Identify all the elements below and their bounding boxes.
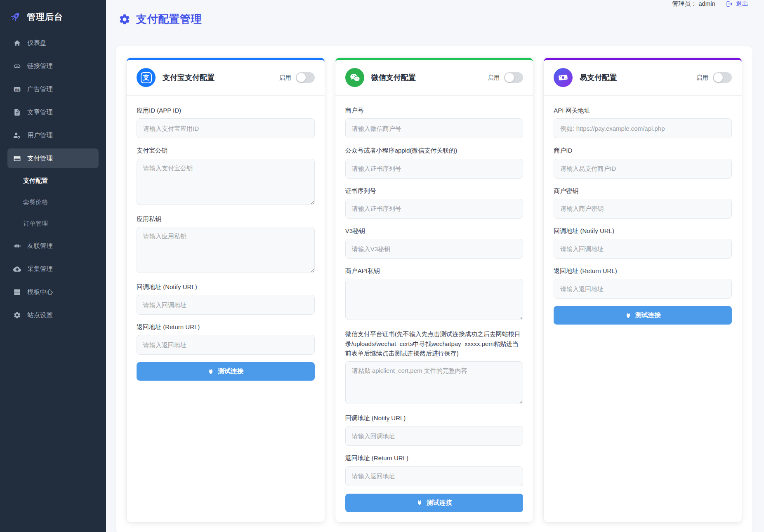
wechat-v3-key-input[interactable] xyxy=(345,239,523,259)
field-label: 返回地址 (Return URL) xyxy=(345,453,523,463)
plug-icon xyxy=(416,499,423,506)
test-button-label: 测试连接 xyxy=(218,367,243,376)
wechat-api-private-key-textarea[interactable] xyxy=(345,279,523,320)
app-logo: 管理后台 xyxy=(0,0,106,31)
sidebar-item-templates[interactable]: 模板中心 xyxy=(7,282,99,302)
field-label: 商户API私钥 xyxy=(345,266,523,275)
topbar: 管理员： admin 退出 xyxy=(106,0,764,8)
wechat-return-url-input[interactable] xyxy=(345,466,523,486)
cards-grid: 支 支付宝支付配置 启用 应用ID (APP ID) 支付宝公钥 xyxy=(127,58,742,522)
sidebar-subitem-payment-config[interactable]: 支付配置 xyxy=(7,172,99,190)
field-label: 微信支付平台证书(先不输入先点击测试连接成功之后去网站根目录/uploads/w… xyxy=(345,329,523,358)
admin-label: 管理员： xyxy=(672,0,697,8)
plug-icon xyxy=(208,368,214,375)
sidebar-item-label: 友联管理 xyxy=(27,242,53,250)
field-label: V3秘钥 xyxy=(345,226,523,235)
wechat-test-connection-button[interactable]: 测试连接 xyxy=(345,494,523,512)
alipay-notify-url-input[interactable] xyxy=(137,295,315,315)
subnav-item-label: 套餐价格 xyxy=(23,198,48,206)
sidebar-item-label: 广告管理 xyxy=(27,85,53,94)
svg-text:Ad: Ad xyxy=(15,87,19,91)
epay-card-title: 易支付配置 xyxy=(580,73,617,82)
admin-info: 管理员： admin xyxy=(672,0,715,8)
page-title: 支付配置管理 xyxy=(136,12,202,26)
sidebar-item-label: 支付管理 xyxy=(27,154,53,163)
alipay-private-key-textarea[interactable] xyxy=(137,227,315,273)
test-button-label: 测试连接 xyxy=(635,311,661,320)
sidebar-item-label: 链接管理 xyxy=(27,62,53,71)
wechat-merchant-id-input[interactable] xyxy=(345,118,523,138)
epay-enable-toggle[interactable] xyxy=(713,72,732,83)
wechat-card-title: 微信支付配置 xyxy=(371,73,416,82)
sidebar-item-users[interactable]: 用户管理 xyxy=(7,125,99,145)
sidebar-item-articles[interactable]: 文章管理 xyxy=(7,102,99,122)
sidebar-item-site-settings[interactable]: 站点设置 xyxy=(7,305,99,325)
sidebar-item-collection[interactable]: 采集管理 xyxy=(7,259,99,279)
wechat-notify-url-input[interactable] xyxy=(345,426,523,446)
wechat-cert-serial-input[interactable] xyxy=(345,199,523,219)
epay-merchant-key-input[interactable] xyxy=(554,199,732,219)
toggle-label: 启用 xyxy=(696,74,708,82)
wechat-card: 微信支付配置 启用 商户号 公众号或者小程序appid(微信支付关联的) xyxy=(335,58,533,522)
sidebar-item-label: 文章管理 xyxy=(27,108,53,117)
alipay-card: 支 支付宝支付配置 启用 应用ID (APP ID) 支付宝公钥 xyxy=(127,58,325,522)
wechat-icon xyxy=(345,68,364,87)
alipay-public-key-textarea[interactable] xyxy=(137,159,315,205)
handshake-icon xyxy=(13,242,21,250)
alipay-test-connection-button[interactable]: 测试连接 xyxy=(137,362,315,381)
field-label: 返回地址 (Return URL) xyxy=(137,322,315,332)
credit-card-icon xyxy=(13,155,21,162)
field-label: 应用ID (APP ID) xyxy=(137,106,315,115)
epay-gateway-input[interactable] xyxy=(554,118,732,138)
wechat-toggle-wrap: 启用 xyxy=(488,72,523,83)
gear-icon xyxy=(118,13,131,26)
wechat-appid-input[interactable] xyxy=(345,159,523,179)
alipay-return-url-input[interactable] xyxy=(137,335,315,355)
alipay-appid-input[interactable] xyxy=(137,118,315,138)
cloud-download-icon xyxy=(13,265,21,273)
sidebar-item-friend-links[interactable]: 友联管理 xyxy=(7,236,99,256)
sidebar-item-ads[interactable]: Ad 广告管理 xyxy=(7,79,99,99)
sidebar-item-links[interactable]: 链接管理 xyxy=(7,56,99,76)
payments-subnav: 支付配置 套餐价格 订单管理 xyxy=(7,172,99,233)
epay-card-header: 易支付配置 启用 xyxy=(544,60,742,96)
wechat-enable-toggle[interactable] xyxy=(504,72,523,83)
toggle-label: 启用 xyxy=(488,74,500,82)
epay-notify-url-input[interactable] xyxy=(554,239,732,259)
sidebar-item-label: 模板中心 xyxy=(27,288,53,297)
sidebar-item-payments[interactable]: 支付管理 xyxy=(7,148,99,168)
epay-merchant-id-input[interactable] xyxy=(554,159,732,179)
epay-return-url-input[interactable] xyxy=(554,279,732,299)
page-title-row: 支付配置管理 xyxy=(118,12,764,26)
sidebar-item-dashboard[interactable]: 仪表盘 xyxy=(7,33,99,53)
alipay-card-header: 支 支付宝支付配置 启用 xyxy=(127,60,325,96)
field-label: 证书序列号 xyxy=(345,186,523,195)
epay-test-connection-button[interactable]: 测试连接 xyxy=(554,306,732,325)
toggle-knob xyxy=(505,73,514,82)
field-label: 支付宝公钥 xyxy=(137,146,315,155)
field-label: 回调地址 (Notify URL) xyxy=(137,282,315,292)
sidebar-subitem-plan-prices[interactable]: 套餐价格 xyxy=(7,193,99,211)
user-settings-icon xyxy=(13,132,21,139)
sidebar-subitem-orders[interactable]: 订单管理 xyxy=(7,214,99,233)
wechat-platform-cert-textarea[interactable] xyxy=(345,361,523,404)
alipay-enable-toggle[interactable] xyxy=(296,72,315,83)
epay-banknote-icon xyxy=(554,68,573,87)
wechat-card-header: 微信支付配置 启用 xyxy=(335,60,533,96)
toggle-knob xyxy=(297,73,306,82)
logout-link[interactable]: 退出 xyxy=(726,0,748,8)
rocket-icon xyxy=(9,11,21,23)
link-icon xyxy=(13,62,21,70)
field-label: 回调地址 (Notify URL) xyxy=(345,413,523,423)
sidebar-item-label: 站点设置 xyxy=(27,311,53,320)
toggle-knob xyxy=(714,73,723,82)
field-label: 商户号 xyxy=(345,106,523,115)
sidebar-nav: 仪表盘 链接管理 Ad 广告管理 文章管理 用户管理 xyxy=(0,31,106,325)
alipay-card-body: 应用ID (APP ID) 支付宝公钥 应用私钥 回调地址 (Notify UR… xyxy=(127,96,325,391)
plug-icon xyxy=(625,312,632,319)
test-button-label: 测试连接 xyxy=(427,499,452,507)
home-icon xyxy=(13,39,21,47)
document-icon xyxy=(13,108,21,116)
logout-icon xyxy=(726,0,733,7)
subnav-item-label: 订单管理 xyxy=(23,220,48,228)
